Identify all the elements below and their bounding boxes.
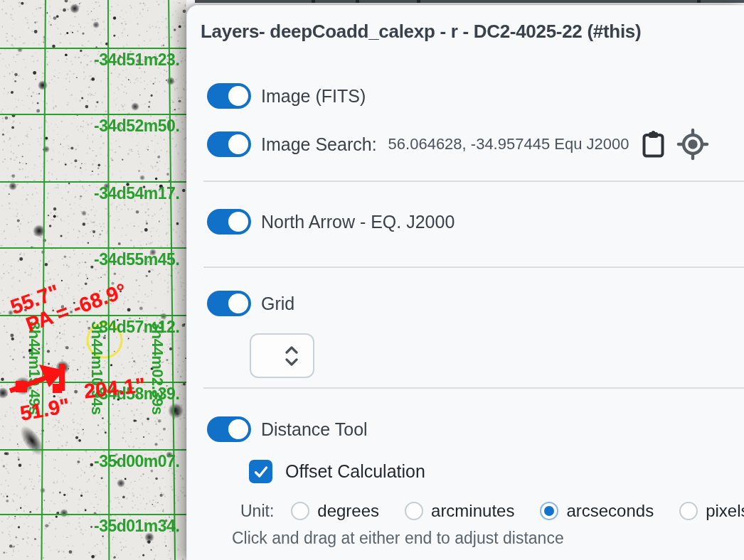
- layer-label-grid: Grid: [261, 294, 294, 314]
- radio-label: arcseconds: [566, 501, 654, 521]
- offset-calculation-label: Offset Calculation: [285, 461, 425, 482]
- cropped-text-fragment: [417, 0, 420, 3]
- unit-radio-arcminutes[interactable]: arcminutes: [405, 501, 514, 521]
- toggle-distance-tool[interactable]: [207, 416, 251, 442]
- section-divider: [203, 181, 744, 182]
- app-window: -34d51m23.-34d52m50.-34d54m17.-34d55m45.…: [0, 0, 744, 560]
- dialog-title: Layers- deepCoadd_calexp - r - DC2-4025-…: [201, 21, 641, 43]
- toggle-knob: [228, 212, 248, 232]
- ruler-handle-end[interactable]: [53, 384, 62, 393]
- grid-coordinate-select[interactable]: [250, 333, 314, 378]
- section-divider: [203, 266, 744, 268]
- unit-radio-degrees[interactable]: degrees: [291, 501, 379, 521]
- toggle-knob: [228, 294, 248, 313]
- section-divider: [203, 387, 744, 389]
- unit-selector: Unit: degreesarcminutesarcsecondspixels: [240, 501, 744, 521]
- center-on-target-icon[interactable]: [676, 128, 709, 161]
- unit-radio-arcseconds[interactable]: arcseconds: [540, 501, 654, 521]
- ruler-handle-start[interactable]: [16, 381, 27, 392]
- toggle-knob: [228, 134, 248, 154]
- radio-label: pixels: [706, 501, 744, 521]
- distance-tool-ruler[interactable]: [0, 0, 186, 560]
- layer-label-image-search: Image Search:: [261, 134, 377, 155]
- radio-label: degrees: [317, 501, 379, 521]
- toggle-grid[interactable]: [207, 291, 251, 316]
- toggle-image-fits[interactable]: [207, 83, 251, 109]
- offset-calculation-checkbox[interactable]: [249, 460, 272, 483]
- toggle-north-arrow[interactable]: [207, 209, 251, 235]
- radio-circle[interactable]: [405, 502, 423, 520]
- up-down-stepper-icon: [285, 346, 298, 366]
- cropped-background-strip: [195, 0, 744, 3]
- cropped-text-fragment: [312, 0, 315, 3]
- cropped-text-fragment: [697, 0, 701, 3]
- radio-label: arcminutes: [431, 501, 514, 521]
- layers-dialog: Layers- deepCoadd_calexp - r - DC2-4025-…: [186, 5, 744, 560]
- distance-helper-text: Click and drag at either end to adjust d…: [232, 529, 564, 548]
- offset-calculation-row: Offset Calculation: [249, 460, 425, 483]
- radio-circle[interactable]: [540, 502, 558, 520]
- toggle-knob: [228, 86, 248, 106]
- layer-label-north-arrow: North Arrow - EQ. J2000: [261, 212, 455, 232]
- radio-circle[interactable]: [291, 502, 309, 520]
- cropped-text-fragment: [356, 0, 359, 3]
- layer-label-distance-tool: Distance Tool: [261, 419, 368, 440]
- image-search-coordinates: 56.064628, -34.957445 Equ J2000: [388, 135, 629, 154]
- toggle-knob: [228, 419, 248, 439]
- sky-image-viewport[interactable]: -34d51m23.-34d52m50.-34d54m17.-34d55m45.…: [0, 0, 186, 560]
- layer-label-image-fits: Image (FITS): [261, 86, 366, 107]
- unit-radio-pixels[interactable]: pixels: [679, 501, 744, 521]
- clipboard-icon[interactable]: [642, 130, 665, 158]
- unit-label: Unit:: [240, 502, 274, 521]
- radio-circle[interactable]: [679, 502, 698, 520]
- checkmark-icon: [253, 463, 270, 480]
- toggle-image-search[interactable]: [207, 131, 251, 157]
